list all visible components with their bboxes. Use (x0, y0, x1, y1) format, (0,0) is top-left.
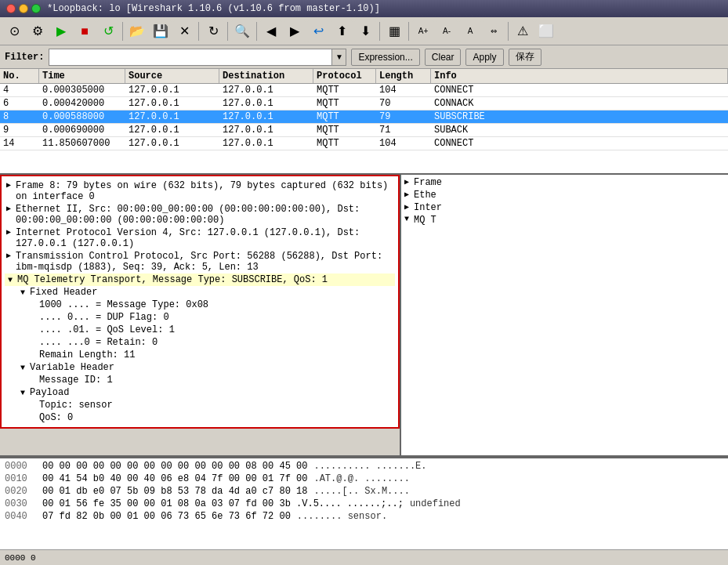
table-row[interactable]: 8 0.000588000 127.0.0.1 127.0.0.1 MQTT 7… (0, 110, 728, 124)
hex-dump: 0000 00 00 00 00 00 00 00 00 00 00 00 00… (0, 457, 728, 549)
hex-row: 0030 00 01 56 fe 35 00 00 01 08 0a 03 07… (2, 498, 726, 510)
side-mqtt-item[interactable]: ▼ MQ T (403, 214, 726, 226)
hex-ascii: ........ sensor. (297, 511, 387, 522)
cell-dst: 127.0.0.1 (219, 84, 313, 96)
cell-len: 104 (376, 137, 431, 150)
side-eth-item[interactable]: ▶ Ethe (403, 189, 726, 201)
close-file-btn[interactable]: ✕ (173, 20, 195, 42)
cell-time: 0.000588000 (39, 110, 125, 123)
mqtt-section-label: MQ Telemetry Transport, Message Type: SU… (17, 274, 328, 285)
cell-info: CONNECT (431, 137, 728, 150)
sep2 (198, 22, 199, 41)
side-ip-toggle: ▶ (404, 202, 414, 212)
tcp-item[interactable]: ▶ Transmission Control Protocol, Src Por… (5, 250, 395, 273)
table-row[interactable]: 6 0.000420000 127.0.0.1 127.0.0.1 MQTT 7… (0, 97, 728, 110)
cell-no: 14 (0, 137, 39, 150)
side-mqtt-toggle: ▼ (404, 215, 414, 223)
topic-line: Topic: sensor (5, 399, 395, 411)
hex-bytes: 00 01 56 fe 35 00 00 01 08 0a 03 07 fd 0… (42, 498, 404, 509)
hex-row: 0020 00 01 db e0 07 5b 09 b8 53 78 da 4d… (2, 485, 726, 498)
qos-level-line: .... .01. = QoS Level: 1 (5, 324, 395, 336)
filter-dropdown-btn[interactable]: ▼ (332, 49, 346, 66)
variable-header-section[interactable]: ▼ Variable Header (5, 361, 395, 374)
save-filter-btn[interactable]: 保存 (509, 49, 541, 66)
colorize-btn[interactable]: ▦ (383, 20, 405, 42)
cell-src: 127.0.0.1 (125, 110, 219, 123)
cell-no: 8 (0, 110, 39, 123)
side-frame-label: Frame (414, 177, 442, 188)
last-btn[interactable]: ⬇ (354, 20, 376, 42)
prev-btn[interactable]: ◀ (260, 20, 282, 42)
cell-dst: 127.0.0.1 (219, 124, 313, 136)
col-length: Length (376, 69, 431, 83)
first-btn[interactable]: ⬆ (331, 20, 353, 42)
table-row[interactable]: 4 0.000305000 127.0.0.1 127.0.0.1 MQTT 1… (0, 84, 728, 97)
table-row[interactable]: 14 11.850607000 127.0.0.1 127.0.0.1 MQTT… (0, 137, 728, 150)
ethernet-item[interactable]: ▶ Ethernet II, Src: 00:00:00_00:00:00 (0… (5, 203, 395, 226)
hex-rows-container: 0000 00 00 00 00 00 00 00 00 00 00 00 00… (2, 460, 726, 523)
frame-item[interactable]: ▶ Frame 8: 79 bytes on wire (632 bits), … (5, 179, 395, 203)
sep7 (508, 22, 509, 41)
expression-btn[interactable]: Expression... (351, 49, 419, 66)
goto-btn[interactable]: ↩ (307, 20, 329, 42)
save-file-btn[interactable]: 💾 (150, 20, 172, 42)
hex-row: 0040 07 fd 82 0b 00 01 00 06 73 65 6e 73… (2, 510, 726, 523)
message-id-line: Message ID: 1 (5, 374, 395, 386)
stop-capture-btn[interactable]: ■ (74, 20, 96, 42)
col-protocol: Protocol (313, 69, 376, 83)
hex-offset: 0020 (5, 486, 36, 497)
maximize-window-btn[interactable] (31, 4, 41, 13)
remain-length-line: Remain Length: 11 (5, 349, 395, 361)
cell-dst: 127.0.0.1 (219, 97, 313, 110)
filter-input[interactable] (49, 49, 332, 66)
main-layout: No. Time Source Destination Protocol Len… (0, 69, 728, 549)
next-btn[interactable]: ▶ (284, 20, 306, 42)
status-bar: 0000 0 (0, 549, 728, 565)
cell-src: 127.0.0.1 (125, 124, 219, 136)
expert-info-btn[interactable]: ⚠ (512, 20, 534, 42)
cell-proto: MQTT (313, 84, 376, 96)
main-toolbar: ⊙ ⚙ ▶ ■ ↺ 📂 💾 ✕ ↻ 🔍 ◀ ▶ ↩ ⬆ ⬇ ▦ A+ A- A … (0, 17, 728, 45)
payload-section[interactable]: ▼ Payload (5, 386, 395, 399)
ethernet-toggle: ▶ (6, 204, 16, 213)
tcp-toggle: ▶ (6, 251, 16, 260)
clear-btn[interactable]: Clear (425, 49, 462, 66)
cell-proto: MQTT (313, 97, 376, 110)
cell-dst: 127.0.0.1 (219, 137, 313, 150)
mqtt-section-header[interactable]: ▼ MQ Telemetry Transport, Message Type: … (5, 273, 395, 286)
options-btn[interactable]: ⚙ (27, 20, 49, 42)
filter-input-wrap: ▼ (49, 49, 346, 66)
open-file-btn[interactable]: 📂 (126, 20, 148, 42)
side-eth-label: Ethe (414, 190, 436, 201)
col-destination: Destination (219, 69, 313, 83)
zoom-normal-btn[interactable]: A (459, 20, 481, 42)
zoom-in-btn[interactable]: A+ (412, 20, 434, 42)
close-window-btn[interactable] (6, 4, 16, 13)
side-frame-item[interactable]: ▶ Frame (403, 176, 726, 189)
payload-label: Payload (30, 387, 69, 398)
cell-info: CONNACK (431, 97, 728, 110)
cell-no: 4 (0, 84, 39, 96)
resize-col-btn[interactable]: ⇔ (483, 20, 505, 42)
cell-len: 104 (376, 84, 431, 96)
reload-btn[interactable]: ↻ (202, 20, 224, 42)
interface-btn[interactable]: ⊙ (3, 20, 25, 42)
zoom-out-btn[interactable]: A- (436, 20, 458, 42)
sep5 (379, 22, 380, 41)
hex-row: 0000 00 00 00 00 00 00 00 00 00 00 00 00… (2, 460, 726, 473)
cell-time: 11.850607000 (39, 137, 125, 150)
cell-proto: MQTT (313, 137, 376, 150)
restart-capture-btn[interactable]: ↺ (97, 20, 119, 42)
find-btn[interactable]: 🔍 (231, 20, 253, 42)
minimize-window-btn[interactable] (19, 4, 28, 13)
fixed-header-section[interactable]: ▼ Fixed Header (5, 286, 395, 299)
apply-btn[interactable]: Apply (465, 49, 503, 66)
sep4 (256, 22, 257, 41)
decode-as-btn[interactable]: ⬜ (535, 20, 557, 42)
side-ip-item[interactable]: ▶ Inter (403, 201, 726, 214)
start-capture-btn[interactable]: ▶ (50, 20, 72, 42)
payload-toggle: ▼ (20, 389, 30, 397)
table-row[interactable]: 9 0.000690000 127.0.0.1 127.0.0.1 MQTT 7… (0, 124, 728, 137)
side-frame-toggle: ▶ (404, 177, 414, 187)
ip-item[interactable]: ▶ Internet Protocol Version 4, Src: 127.… (5, 226, 395, 250)
